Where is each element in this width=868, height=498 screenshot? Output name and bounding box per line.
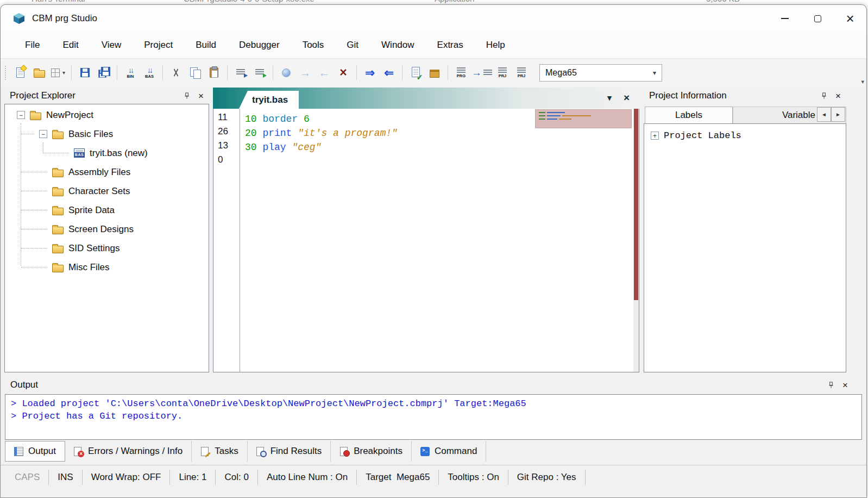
tab-list-button[interactable]: ▾ bbox=[607, 92, 612, 103]
tree-item-character-sets[interactable]: Character Sets bbox=[21, 182, 209, 201]
menu-project[interactable]: Project bbox=[133, 35, 184, 55]
code-area[interactable]: 10 border 6 20 print "it's a program!" 3… bbox=[245, 112, 398, 154]
tab-command[interactable]: Command bbox=[412, 441, 486, 462]
tab-breakpoints[interactable]: Breakpoints bbox=[331, 441, 412, 462]
output-header: Output × bbox=[1, 377, 866, 393]
run-button[interactable] bbox=[278, 63, 295, 83]
save-all-button[interactable] bbox=[95, 63, 112, 83]
tree-item-screen-designs[interactable]: Screen Designs bbox=[21, 220, 209, 239]
save-all-icon bbox=[98, 67, 110, 78]
tab-tasks[interactable]: Tasks bbox=[192, 441, 247, 462]
open-project-button[interactable] bbox=[30, 63, 48, 83]
menu-window[interactable]: Window bbox=[370, 35, 425, 55]
menu-tools[interactable]: Tools bbox=[291, 35, 336, 55]
tab-scroll-left-button[interactable]: ◄ bbox=[817, 107, 831, 122]
import-bin-button[interactable]: ↓↓BIN bbox=[122, 63, 139, 83]
close-panel-icon[interactable]: × bbox=[842, 381, 848, 390]
build-run-prj-button[interactable]: PRJ bbox=[513, 63, 530, 83]
build-prj-button[interactable]: PRJ bbox=[494, 63, 511, 83]
new-file-button[interactable] bbox=[11, 63, 29, 83]
cut-button[interactable] bbox=[167, 63, 185, 83]
menu-debugger[interactable]: Debugger bbox=[228, 35, 291, 55]
editor-scrollbar[interactable] bbox=[633, 109, 639, 372]
copy-icon bbox=[190, 67, 200, 78]
folder-icon bbox=[52, 132, 64, 139]
collapse-icon[interactable]: − bbox=[39, 130, 47, 138]
build-run-prg-button[interactable]: → bbox=[471, 63, 492, 83]
minimap[interactable] bbox=[535, 109, 632, 128]
goto-next-button[interactable]: ⇒ bbox=[361, 63, 379, 83]
tree-item-tryit-bas[interactable]: BAS tryit.bas (new) bbox=[43, 144, 209, 163]
toolbar-overflow-button[interactable]: ▾ bbox=[861, 78, 864, 85]
stop-button[interactable]: × bbox=[335, 63, 352, 83]
scrollbar-thumb[interactable] bbox=[634, 109, 638, 300]
tree-item-misc-files[interactable]: Misc Files bbox=[21, 258, 209, 277]
step-back-button[interactable]: ← bbox=[316, 63, 333, 83]
tab-tryit-bas[interactable]: tryit.bas bbox=[239, 91, 299, 109]
paste-button[interactable] bbox=[205, 63, 223, 83]
tab-output[interactable]: Output bbox=[5, 441, 65, 462]
status-word-wrap: Word Wrap: OFF bbox=[83, 470, 171, 485]
editor-body[interactable]: 11 26 13 0 10 border 6 20 print "it's a … bbox=[213, 109, 639, 372]
target-select[interactable]: Mega65 ▾ bbox=[539, 64, 662, 82]
maximize-button[interactable] bbox=[801, 5, 834, 32]
expand-icon[interactable]: + bbox=[651, 132, 659, 140]
menu-git[interactable]: Git bbox=[335, 35, 370, 55]
separator bbox=[117, 65, 117, 80]
tab-labels[interactable]: Labels bbox=[645, 107, 733, 123]
down-arrows-icon: ↓↓ bbox=[128, 66, 133, 74]
goto-prev-button[interactable]: ⇐ bbox=[380, 63, 398, 83]
separator bbox=[71, 65, 72, 80]
menu-view[interactable]: View bbox=[90, 35, 133, 55]
folder-icon bbox=[52, 246, 64, 253]
folder-icon bbox=[52, 189, 64, 196]
gutter-value: 26 bbox=[213, 126, 240, 140]
import-bas-button[interactable]: ↓↓BAS bbox=[141, 63, 158, 83]
close-tab-button[interactable]: × bbox=[624, 92, 630, 103]
tree-item-project-labels[interactable]: + Project Labels bbox=[651, 130, 839, 141]
status-line: Line: 1 bbox=[170, 470, 216, 485]
labels-tree: + Project Labels bbox=[644, 123, 846, 372]
build-prg-button[interactable]: PRG bbox=[452, 63, 470, 83]
menu-build[interactable]: Build bbox=[184, 35, 228, 55]
syntax-check-button[interactable]: ✓ bbox=[407, 63, 424, 83]
save-button[interactable] bbox=[76, 63, 93, 83]
menu-edit[interactable]: Edit bbox=[51, 35, 90, 55]
menu-file[interactable]: File bbox=[14, 35, 51, 55]
output-line: > Project has a Git repository. bbox=[11, 410, 856, 422]
tree-item-newproject[interactable]: − NewProject bbox=[17, 105, 209, 124]
separator bbox=[402, 65, 402, 80]
new-window-button[interactable]: ▾ bbox=[49, 63, 67, 83]
tab-errors-warnings-info[interactable]: Errors / Warnings / Info bbox=[65, 441, 192, 462]
tree-item-basic-files[interactable]: − Basic Files bbox=[21, 124, 209, 144]
project-tree: − NewProject − Basic Files BAS tryit.bas… bbox=[5, 104, 209, 277]
new-file-icon bbox=[16, 67, 24, 78]
overflow-chevron-icon: ▾ bbox=[861, 78, 864, 85]
editor-panel: tryit.bas ▾ × 11 26 13 0 10 border 6 20 … bbox=[213, 88, 639, 372]
menu-extras[interactable]: Extras bbox=[426, 35, 475, 55]
dropdown-caret-icon: ▾ bbox=[62, 70, 65, 76]
tab-find-results[interactable]: Find Results bbox=[248, 441, 331, 462]
right-arrow-icon: ► bbox=[835, 111, 841, 117]
tree-item-assembly-files[interactable]: Assembly Files bbox=[21, 163, 209, 182]
step-forward-button[interactable]: → bbox=[297, 63, 314, 83]
app-window: CBM prg Studio × File Edit View Project … bbox=[0, 4, 867, 498]
tab-scroll-right-button[interactable]: ► bbox=[831, 107, 845, 122]
tree-guide bbox=[21, 191, 47, 191]
renumber-button[interactable] bbox=[251, 63, 268, 83]
close-panel-icon[interactable]: × bbox=[835, 91, 841, 101]
pin-icon[interactable] bbox=[184, 92, 191, 99]
menu-help[interactable]: Help bbox=[475, 35, 517, 55]
pin-icon[interactable] bbox=[821, 92, 828, 99]
close-button[interactable]: × bbox=[834, 5, 866, 32]
tree-item-sid-settings[interactable]: SID Settings bbox=[21, 239, 209, 258]
separator bbox=[162, 65, 163, 80]
pin-icon[interactable] bbox=[828, 382, 835, 389]
collapse-icon[interactable]: − bbox=[17, 111, 25, 119]
build-button[interactable] bbox=[426, 63, 443, 83]
tree-item-sprite-data[interactable]: Sprite Data bbox=[21, 201, 209, 220]
format-listing-button[interactable] bbox=[232, 63, 249, 83]
minimize-button[interactable] bbox=[769, 5, 801, 32]
copy-button[interactable] bbox=[186, 63, 204, 83]
close-panel-icon[interactable]: × bbox=[198, 91, 204, 101]
